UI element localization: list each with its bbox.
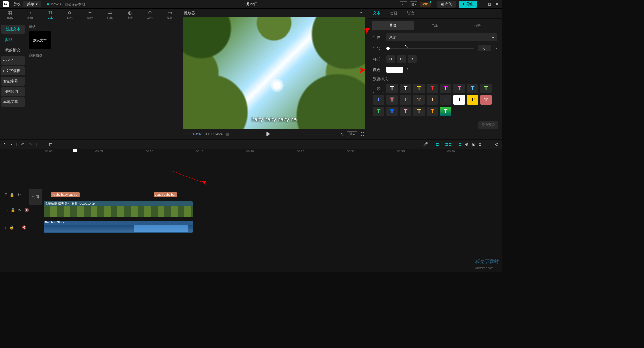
preset-item[interactable]: T bbox=[386, 107, 398, 116]
layout-icon-2[interactable]: ▥▾ bbox=[410, 1, 417, 7]
size-slider[interactable] bbox=[386, 48, 474, 49]
review-button[interactable]: ▣ 审阅 bbox=[437, 1, 456, 8]
color-picker[interactable] bbox=[386, 67, 403, 73]
preset-item[interactable]: T bbox=[453, 95, 465, 105]
bold-button[interactable]: B bbox=[386, 55, 395, 63]
preset-item[interactable]: T bbox=[480, 84, 492, 93]
ratio-button[interactable]: 适应 bbox=[347, 131, 357, 137]
tab-template[interactable]: ▭模板 bbox=[160, 9, 180, 22]
subtab-bubble[interactable]: 气泡 bbox=[414, 21, 456, 30]
preset-item[interactable]: T bbox=[467, 84, 478, 93]
player-viewport[interactable]: baby baby baby ba bbox=[183, 17, 365, 129]
tab-adjust[interactable]: ⊙调节 bbox=[140, 9, 160, 22]
sidebar-lyrics[interactable]: 识别歌词 bbox=[1, 87, 25, 96]
eye-icon[interactable]: 👁 bbox=[18, 208, 22, 212]
preset-item[interactable]: T bbox=[467, 95, 478, 105]
sidebar-text-template[interactable]: ▸文字模板 bbox=[1, 66, 25, 75]
preset-item[interactable]: T bbox=[440, 84, 451, 93]
crop-tool[interactable]: ◻ bbox=[49, 142, 52, 147]
magnet-right-icon[interactable]: ◦⊐ bbox=[457, 142, 462, 147]
sidebar-default[interactable]: 默认 bbox=[0, 34, 26, 45]
focus-icon[interactable]: ⊙ bbox=[341, 132, 344, 136]
preset-item[interactable]: T bbox=[413, 95, 425, 105]
sidebar-my-preset[interactable]: 我的预设 bbox=[0, 45, 26, 55]
eye-icon[interactable]: 👁 bbox=[17, 193, 21, 197]
preset-item[interactable]: T bbox=[413, 107, 425, 116]
italic-button[interactable]: I bbox=[408, 55, 417, 63]
lock-icon[interactable]: 🔒 bbox=[9, 225, 14, 230]
preset-item[interactable]: T bbox=[373, 95, 384, 105]
timeline-ruler[interactable]: 00:00 00:05 00:10 00:15 00:20 00:25 00:3… bbox=[44, 149, 502, 155]
preset-item[interactable]: T bbox=[386, 95, 398, 105]
player-menu-icon[interactable] bbox=[360, 11, 364, 15]
audio-clip[interactable]: Bamboo Story bbox=[44, 221, 193, 233]
preset-item[interactable]: T bbox=[400, 107, 411, 116]
redo-button[interactable]: ↷ bbox=[29, 142, 32, 147]
menu-button[interactable]: 菜单 ▾ bbox=[23, 1, 41, 7]
sidebar-new-text[interactable]: ▾新建文本 bbox=[1, 25, 25, 34]
minimize-button[interactable]: — bbox=[480, 2, 484, 6]
mute-icon[interactable]: 🔇 bbox=[22, 225, 27, 230]
maximize-button[interactable]: ◻ bbox=[487, 2, 492, 6]
size-value[interactable]: 6 bbox=[478, 45, 491, 51]
preset-item[interactable]: T bbox=[427, 107, 438, 116]
text-clip-2[interactable]: ♪ baby baby ba bbox=[154, 192, 177, 197]
play-button[interactable] bbox=[266, 132, 271, 136]
video-clip[interactable]: 实景拍摄 晴天 天空 树叶00:00:14:24 bbox=[44, 201, 193, 217]
clear-icon[interactable]: ⊗ bbox=[478, 142, 482, 147]
preset-none[interactable]: ⊘ bbox=[373, 84, 384, 93]
magnet-center-icon[interactable]: ◦⊐⊏◦ bbox=[444, 142, 453, 147]
export-button[interactable]: ⬆ 导出 bbox=[459, 1, 477, 8]
fullscreen-icon[interactable]: ⛶ bbox=[361, 132, 364, 136]
sidebar-huazi[interactable]: ▸花字 bbox=[1, 56, 25, 65]
video-text-overlay[interactable]: baby baby baby ba bbox=[251, 117, 297, 123]
sidebar-local-sub[interactable]: 本地字幕 bbox=[1, 97, 25, 107]
columns-icon[interactable]: ▦ bbox=[226, 132, 229, 136]
preset-item[interactable]: T bbox=[413, 84, 425, 93]
rtab-read[interactable]: 朗读 bbox=[402, 9, 419, 18]
preset-item[interactable]: T bbox=[440, 95, 451, 105]
zoom-fit-icon[interactable]: ⊚ bbox=[495, 142, 498, 147]
preset-item[interactable]: T bbox=[480, 95, 492, 105]
save-preset-button[interactable]: 保存预设 bbox=[478, 121, 498, 129]
tab-filter[interactable]: ◐滤镜 bbox=[120, 9, 140, 22]
rtab-text[interactable]: 文本 bbox=[368, 9, 385, 18]
preset-item[interactable]: T bbox=[427, 95, 438, 105]
tab-transition[interactable]: ⇄转场 bbox=[100, 9, 120, 22]
subtab-basic[interactable]: 基础 bbox=[372, 21, 414, 30]
rtab-anim[interactable]: 动画 bbox=[385, 9, 402, 18]
lock-icon[interactable]: 🔒 bbox=[10, 193, 14, 197]
tab-media[interactable]: ▦媒体 bbox=[0, 9, 20, 22]
lock-icon[interactable]: 🔒 bbox=[11, 208, 15, 212]
layout-icon-1[interactable]: ▭ bbox=[400, 1, 407, 7]
playhead[interactable] bbox=[75, 149, 75, 272]
tab-effect[interactable]: ✦特效 bbox=[80, 9, 100, 22]
undo-button[interactable]: ↶ bbox=[21, 142, 24, 147]
preset-item[interactable]: T bbox=[400, 84, 411, 93]
pointer-tool[interactable]: ↖ bbox=[3, 142, 7, 147]
mute-icon[interactable]: 🔇 bbox=[24, 208, 29, 212]
magnet-left-icon[interactable]: ⊏◦ bbox=[436, 142, 440, 147]
split-tool[interactable]: ⎮⎮ bbox=[41, 142, 45, 147]
tab-audio[interactable]: ♪音频 bbox=[20, 9, 40, 22]
updown-icon[interactable]: ▴▾ bbox=[494, 47, 497, 50]
mic-icon[interactable]: 🎤 bbox=[423, 142, 428, 147]
preview-icon[interactable]: ◉ bbox=[472, 142, 475, 147]
link-icon[interactable]: ⊕ bbox=[465, 142, 468, 147]
sidebar-smart-sub[interactable]: 智能字幕 bbox=[1, 77, 25, 86]
chevron-down-icon[interactable]: ▾ bbox=[11, 143, 12, 146]
preset-item[interactable]: T bbox=[453, 84, 465, 93]
text-clip-1[interactable]: ♪ baby baby baby b bbox=[51, 192, 80, 197]
underline-button[interactable]: U bbox=[397, 55, 406, 63]
tab-text[interactable]: TI文本 bbox=[40, 9, 60, 22]
tab-sticker[interactable]: ✿贴纸 bbox=[60, 9, 80, 22]
close-button[interactable]: ✕ bbox=[494, 2, 499, 6]
subtab-huazi[interactable]: 花字 bbox=[456, 21, 498, 30]
vip-badge[interactable]: VIP bbox=[420, 2, 431, 7]
cover-button[interactable]: 封面 bbox=[29, 189, 42, 205]
preset-item[interactable]: T bbox=[427, 84, 438, 93]
font-select[interactable]: 系统 ▴▾ bbox=[386, 33, 497, 41]
preset-item[interactable]: T bbox=[373, 107, 384, 116]
default-text-thumb[interactable]: 默认文本 bbox=[29, 31, 51, 49]
preset-item[interactable]: T bbox=[400, 95, 411, 105]
